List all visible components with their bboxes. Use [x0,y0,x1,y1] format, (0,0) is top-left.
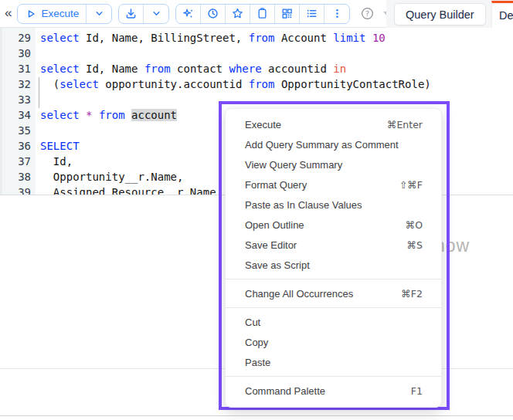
grid-qr-icon [280,7,294,20]
execute-label: Execute [41,8,79,19]
execute-split-button: Execute [17,4,112,24]
code-text: (select opportunity.accountid from Oppor… [31,76,431,92]
line-number: 31 [0,61,31,76]
code-text: select * from account [31,107,177,123]
line-number: 39 [0,185,31,195]
menu-item-label: Copy [245,337,268,348]
menu-item-paste-as-in-clause-values[interactable]: Paste as In Clause Values [226,195,441,215]
query-builder-label: Query Builder [406,8,474,21]
context-menu-highlight-frame: Execute⌘EnterAdd Query Summary as Commen… [219,101,450,410]
menu-item-copy[interactable]: Copy [226,332,441,352]
star-icon [231,7,244,20]
execute-button[interactable]: Execute [18,5,87,23]
line-number: 34 [0,107,31,123]
tabs-area: Query Builder De [386,0,513,28]
query-plan-button[interactable] [275,5,300,23]
paste-clipboard-button[interactable] [250,5,275,23]
download-options-button[interactable] [144,5,168,23]
code-text: select Id, Name from contact where accou… [31,61,346,76]
menu-item-label: Add Query Summary as Comment [245,139,399,151]
details-tab-label: De [499,9,513,22]
window-bottom-border [0,415,513,416]
menu-item-change-all-occurrences[interactable]: Change All Occurrences⌘F2 [226,283,441,303]
menu-item-shortcut: ⌘Enter [387,119,423,130]
more-options-button[interactable] [324,5,349,23]
chevron-down-icon [93,8,105,19]
list-outline-icon [305,7,318,20]
collapse-chevrons-icon: « [5,5,12,20]
history-button[interactable] [201,5,226,23]
kebab-menu-icon [331,7,344,20]
code-line[interactable]: 32 (select opportunity.accountid from Op… [0,76,513,92]
download-split-button [118,4,169,24]
menu-item-label: Format Query [245,179,307,191]
menu-item-command-palette[interactable]: Command PaletteF1 [226,381,441,401]
menu-item-open-outline[interactable]: Open Outline⌘O [226,215,441,235]
sparkle-ai-icon [182,7,195,20]
indent-guide [39,77,39,108]
favorites-button[interactable] [226,5,250,23]
line-number: 32 [0,76,31,92]
help-circle-icon: ? [360,6,375,21]
menu-item-label: Cut [245,317,260,328]
code-text: Assigned_Resource__r.Name [31,185,216,195]
execute-options-button[interactable] [87,5,111,23]
code-text: Id, [31,154,73,169]
menu-item-shortcut: ⌘S [407,239,423,251]
clipboard-icon [256,7,269,20]
code-text [31,123,40,138]
menu-item-label: Change All Occurrences [245,288,353,300]
menu-item-label: Open Outline [245,219,304,231]
menu-item-label: Save as Script [245,259,310,271]
menu-item-shortcut: ⌘O [406,219,423,231]
chevron-down-icon [151,8,162,19]
menu-item-save-editor[interactable]: Save Editor⌘S [226,235,441,255]
menu-item-save-as-script[interactable]: Save as Script [226,255,441,275]
outline-list-button[interactable] [300,5,324,23]
menu-separator [226,279,441,279]
code-line[interactable]: 31select Id, Name from contact where acc… [0,61,513,76]
menu-item-execute[interactable]: Execute⌘Enter [226,114,441,134]
code-line[interactable]: 30 [0,46,513,61]
code-text: select Id, Name, BillingStreet, from Acc… [31,30,386,46]
menu-item-label: Save Editor [245,239,297,251]
menu-separator [226,307,441,308]
menu-item-label: View Query Summary [245,159,342,171]
help-button[interactable]: ? [356,6,379,21]
menu-item-label: Command Palette [245,385,325,397]
line-number: 37 [0,154,31,169]
menu-item-format-query[interactable]: Format Query⇧⌘F [226,174,441,195]
code-text: SELECT [31,138,80,154]
download-icon [124,7,138,20]
menu-item-shortcut: F1 [411,385,423,397]
menu-item-label: Paste [245,357,270,368]
line-number: 29 [0,30,31,46]
menu-item-view-query-summary[interactable]: View Query Summary [226,154,441,174]
svg-text:?: ? [365,9,369,18]
app-window: « Execute [0,0,513,420]
menu-separator [226,376,441,377]
play-icon [25,8,37,20]
line-number: 36 [0,138,31,154]
query-builder-button[interactable]: Query Builder [394,3,486,25]
history-clock-icon [206,7,219,20]
context-menu: Execute⌘EnterAdd Query Summary as Commen… [225,108,442,408]
download-button[interactable] [119,5,144,23]
tab-details[interactable]: De [491,1,513,28]
menu-item-add-query-summary-as-comment[interactable]: Add Query Summary as Comment [226,134,441,154]
menu-item-paste[interactable]: Paste [226,352,441,372]
line-number: 38 [0,169,31,185]
menu-item-label: Execute [245,119,281,130]
code-line[interactable]: 29select Id, Name, BillingStreet, from A… [0,30,513,46]
line-number: 30 [0,46,31,61]
menu-item-shortcut: ⌘F2 [401,288,423,300]
menu-item-shortcut: ⇧⌘F [399,179,423,191]
menu-item-cut[interactable]: Cut [226,312,441,332]
toolbar: « Execute [0,0,513,28]
collapse-sidebar-button[interactable]: « [0,5,17,22]
line-number: 33 [0,92,31,107]
code-text [31,46,40,61]
line-number: 35 [0,123,31,138]
ai-assist-button[interactable] [176,5,201,23]
menu-item-label: Paste as In Clause Values [245,199,362,211]
